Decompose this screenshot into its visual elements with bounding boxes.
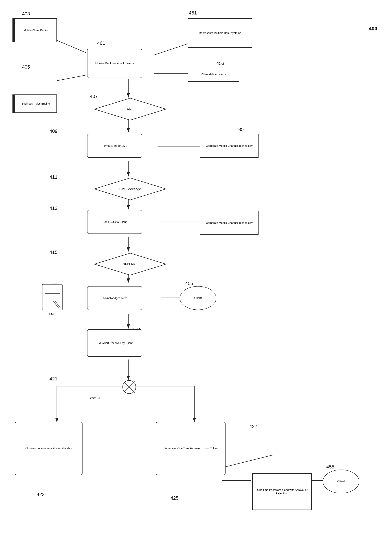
generates-otp: Generates One Time Password using Token — [156, 422, 226, 475]
ref-415: 415 — [50, 250, 57, 255]
ref-423: 423 — [37, 492, 45, 497]
corporate-mobile-channel-tech-a: Corporate Mobile Channel Technology — [200, 134, 258, 158]
ref-413: 413 — [50, 205, 57, 211]
xor-label: XOR rule — [90, 397, 101, 400]
ref-409: 409 — [50, 128, 57, 134]
ref-401: 401 — [97, 40, 105, 46]
sms-device: SMS — [40, 282, 64, 314]
alert-diamond: Alert — [94, 97, 167, 121]
mobile-client-profile: Mobile Client Profile — [15, 18, 57, 42]
business-rules-engine: Business Rules Engine — [15, 95, 57, 113]
bank-systems: Represents Multiple Bank systems — [188, 18, 252, 48]
svg-text:Alert: Alert — [127, 107, 134, 111]
sms-alert-received: SMS Alert Received by Client — [87, 329, 142, 357]
diagram-container: 400 403 Mobile Client Profile 451 Repres… — [0, 0, 392, 540]
ref-451: 451 — [189, 10, 197, 16]
ref-421: 421 — [50, 376, 57, 382]
svg-text:SMS Meesage: SMS Meesage — [119, 187, 141, 191]
ref-411: 411 — [50, 174, 57, 180]
chooses-no-action: Chooses not to take action on the alert — [15, 422, 83, 475]
ref-453: 453 — [216, 60, 224, 66]
ref-403: 403 — [22, 11, 30, 17]
ref-455a: 455 — [185, 281, 193, 286]
ref-405: 405 — [22, 64, 30, 70]
sms-alert-diamond: SMS Alert — [94, 252, 167, 276]
ref-351a: 351 — [238, 127, 246, 132]
svg-line-20 — [222, 455, 273, 468]
ref-455b: 455 — [326, 464, 334, 470]
one-time-password-box: One time Password along with Aproval or … — [253, 473, 312, 510]
acknowledges-alert: Acknolwedges Alert — [87, 286, 142, 310]
corporate-mobile-channel-tech-b: Corporate Mobile Channel Technology — [200, 211, 258, 235]
ref-427: 427 — [249, 424, 257, 429]
client-oval-b: Client — [323, 470, 359, 493]
xor-circle — [122, 380, 137, 395]
monitor-bank-systems: Monitor Bank systems for alerts — [87, 49, 142, 78]
ref-425: 425 — [170, 495, 179, 501]
svg-text:SMS Alert: SMS Alert — [123, 262, 138, 266]
client-oval-a: Client — [180, 286, 216, 310]
page-id: 400 — [369, 26, 377, 32]
send-sms-client: Send SMS to Client — [87, 210, 142, 234]
sms-message-diamond: SMS Meesage — [94, 177, 167, 201]
format-alert-sms: Format Alert for SMS — [87, 134, 142, 158]
client-defined-alerts: Client defined alerts — [188, 67, 239, 82]
